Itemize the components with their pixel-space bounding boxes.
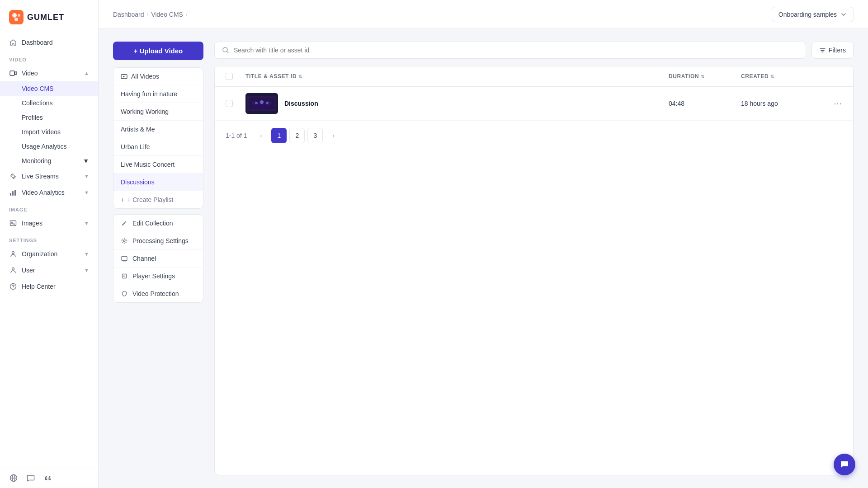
breadcrumb-sep-2: / bbox=[186, 11, 188, 18]
video-protection-item[interactable]: Video Protection bbox=[113, 285, 203, 302]
all-videos-item[interactable]: All Videos bbox=[113, 68, 203, 85]
svg-point-1 bbox=[12, 13, 17, 18]
main-content: Dashboard / Video CMS / Onboarding sampl… bbox=[99, 0, 868, 488]
user-chevron-icon: ▼ bbox=[84, 267, 89, 273]
search-icon bbox=[222, 47, 229, 54]
create-playlist-plus-icon: + bbox=[121, 196, 124, 203]
th-duration[interactable]: DURATION ⇅ bbox=[665, 67, 737, 86]
svg-point-3 bbox=[14, 18, 18, 21]
left-panel: + Upload Video All Videos Having fun in … bbox=[113, 42, 203, 475]
all-videos-icon bbox=[121, 73, 127, 80]
th-title-label: TITLE & ASSET ID bbox=[245, 73, 297, 80]
playlist-item-4[interactable]: Live Music Concert bbox=[113, 156, 203, 174]
sidebar-item-organization[interactable]: Organization ▼ bbox=[0, 246, 98, 262]
edit-collection-item[interactable]: Edit Collection bbox=[113, 215, 203, 232]
quote-icon[interactable] bbox=[43, 474, 52, 483]
search-box bbox=[214, 42, 806, 59]
pagination-page-3-button[interactable]: 3 bbox=[307, 128, 323, 143]
help-center-label: Help Center bbox=[22, 283, 56, 290]
chat-support-button[interactable] bbox=[834, 454, 855, 475]
breadcrumb-sep-1: / bbox=[147, 11, 149, 18]
thumbnail-image bbox=[245, 93, 278, 114]
org-selector-chevron-icon bbox=[840, 11, 847, 18]
image-section-label: IMAGE bbox=[0, 201, 98, 215]
right-panel: Filters TITLE & ASSET ID ⇅ DURATION ⇅ bbox=[214, 42, 854, 475]
playlist-label-3: Urban Life bbox=[121, 143, 150, 150]
row-select-cell bbox=[222, 94, 242, 113]
processing-settings-item[interactable]: Processing Settings bbox=[113, 232, 203, 250]
playlist-item-2[interactable]: Artists & Me bbox=[113, 121, 203, 138]
home-icon bbox=[9, 38, 17, 47]
user-label: User bbox=[22, 267, 35, 274]
edit-collection-label: Edit Collection bbox=[132, 220, 173, 227]
sidebar-item-collections[interactable]: Collections bbox=[0, 96, 98, 110]
breadcrumb-video-cms[interactable]: Video CMS bbox=[151, 11, 183, 18]
player-settings-item[interactable]: Player Settings bbox=[113, 267, 203, 285]
pagination-page-1-button[interactable]: 1 bbox=[271, 128, 287, 143]
svg-rect-8 bbox=[14, 190, 16, 196]
org-selector[interactable]: Onboarding samples bbox=[772, 7, 854, 22]
sidebar-item-video-cms[interactable]: Video CMS bbox=[0, 81, 98, 96]
monitoring-label: Monitoring bbox=[22, 157, 51, 164]
duration-sort-icon: ⇅ bbox=[701, 74, 705, 79]
breadcrumb: Dashboard / Video CMS / bbox=[113, 11, 188, 18]
created-sort-icon: ⇅ bbox=[770, 74, 774, 79]
sidebar-item-dashboard[interactable]: Dashboard bbox=[0, 34, 98, 51]
svg-rect-0 bbox=[9, 10, 24, 24]
edit-collection-icon bbox=[121, 220, 128, 227]
sidebar-item-live-streams[interactable]: Live Streams ▼ bbox=[0, 168, 98, 184]
svg-point-30 bbox=[266, 102, 269, 104]
upload-video-button[interactable]: + Upload Video bbox=[113, 42, 203, 60]
svg-point-14 bbox=[13, 288, 13, 288]
filter-icon bbox=[819, 47, 826, 54]
create-playlist-button[interactable]: + + Create Playlist bbox=[113, 191, 203, 208]
row-more-button[interactable]: ⋯ bbox=[831, 97, 844, 110]
sidebar: GUMLET Dashboard VIDEO Video ▲ Video CMS… bbox=[0, 0, 99, 488]
sidebar-item-help-center[interactable]: Help Center bbox=[0, 278, 98, 295]
filters-label: Filters bbox=[829, 47, 846, 54]
breadcrumb-dashboard[interactable]: Dashboard bbox=[113, 11, 144, 18]
playlist-item-0[interactable]: Having fun in nature bbox=[113, 85, 203, 103]
globe-icon[interactable] bbox=[9, 474, 18, 483]
playlist-label-0: Having fun in nature bbox=[121, 90, 177, 98]
sidebar-item-images[interactable]: Images ▼ bbox=[0, 215, 98, 231]
organization-icon bbox=[9, 250, 17, 258]
help-icon bbox=[9, 282, 17, 291]
sidebar-bottom bbox=[0, 468, 98, 488]
select-all-checkbox[interactable] bbox=[226, 73, 233, 80]
th-title[interactable]: TITLE & ASSET ID ⇅ bbox=[242, 67, 665, 86]
sidebar-item-user[interactable]: User ▼ bbox=[0, 262, 98, 278]
images-icon bbox=[9, 219, 17, 227]
sidebar-item-video[interactable]: Video ▲ bbox=[0, 65, 98, 81]
pagination-next-button[interactable]: › bbox=[326, 128, 341, 143]
channel-item[interactable]: Channel bbox=[113, 250, 203, 267]
video-table: TITLE & ASSET ID ⇅ DURATION ⇅ CREATED ⇅ bbox=[214, 66, 854, 475]
pagination-page-2-button[interactable]: 2 bbox=[289, 128, 305, 143]
pagination: 1-1 of 1 ‹ 1 2 3 › bbox=[215, 121, 853, 150]
playlist-item-3[interactable]: Urban Life bbox=[113, 138, 203, 156]
table-row: Discussion 04:48 18 hours ago ⋯ bbox=[215, 87, 853, 121]
row-checkbox[interactable] bbox=[226, 100, 233, 107]
pagination-prev-button[interactable]: ‹ bbox=[253, 128, 269, 143]
sidebar-item-profiles[interactable]: Profiles bbox=[0, 110, 98, 125]
org-chevron-icon: ▼ bbox=[84, 251, 89, 257]
playlist-item-1[interactable]: Working Working bbox=[113, 103, 203, 121]
video-duration: 04:48 bbox=[669, 100, 684, 107]
chat-icon[interactable] bbox=[26, 474, 35, 483]
sidebar-item-video-analytics[interactable]: Video Analytics ▼ bbox=[0, 184, 98, 201]
video-created: 18 hours ago bbox=[741, 100, 778, 107]
sidebar-item-import-videos[interactable]: Import Videos bbox=[0, 125, 98, 139]
th-created-label: CREATED bbox=[741, 73, 769, 80]
filters-button[interactable]: Filters bbox=[811, 42, 854, 59]
svg-point-29 bbox=[260, 100, 264, 104]
sidebar-item-usage-analytics[interactable]: Usage Analytics bbox=[0, 139, 98, 154]
svg-point-12 bbox=[12, 268, 14, 270]
video-cms-label: Video CMS bbox=[22, 85, 54, 92]
images-label: Images bbox=[22, 220, 42, 227]
search-input[interactable] bbox=[234, 47, 798, 54]
playlist-item-5[interactable]: Discussions bbox=[113, 174, 203, 191]
sidebar-item-monitoring[interactable]: Monitoring ▼ bbox=[0, 154, 98, 168]
collection-panel: All Videos Having fun in nature Working … bbox=[113, 67, 203, 209]
content-area: + Upload Video All Videos Having fun in … bbox=[99, 29, 868, 488]
th-created[interactable]: CREATED ⇅ bbox=[737, 67, 828, 86]
